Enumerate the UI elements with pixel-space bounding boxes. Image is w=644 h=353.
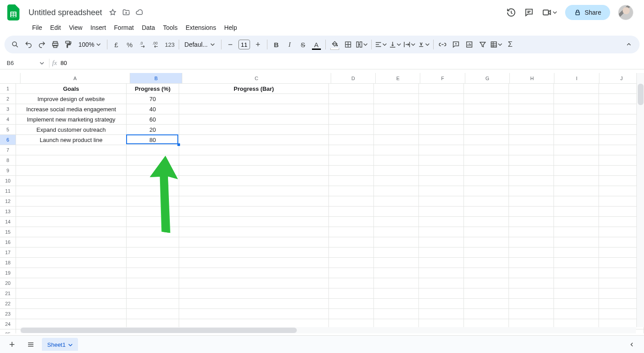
cell-B14[interactable] (127, 217, 179, 227)
meet-button[interactable] (542, 8, 557, 17)
cell-G13[interactable] (464, 207, 509, 217)
col-header-I[interactable]: I (554, 73, 599, 84)
cell-H22[interactable] (509, 299, 554, 309)
cell-I15[interactable] (554, 227, 599, 237)
cell-I16[interactable] (554, 237, 599, 248)
cell-F19[interactable] (419, 268, 464, 278)
cell-I14[interactable] (554, 217, 599, 227)
cell-H21[interactable] (509, 288, 554, 299)
cell-F4[interactable] (419, 114, 464, 125)
cell-A13[interactable] (16, 207, 127, 217)
cell-D3[interactable] (329, 104, 374, 114)
text-color-button[interactable]: A (310, 38, 323, 51)
cell-G17[interactable] (464, 248, 509, 258)
cell-I19[interactable] (554, 268, 599, 278)
cell-G16[interactable] (464, 237, 509, 248)
cell-A16[interactable] (16, 237, 127, 248)
cell-E14[interactable] (374, 217, 419, 227)
cell-I20[interactable] (554, 278, 599, 288)
cell-A3[interactable]: Increase social media engagement (16, 104, 127, 114)
cell-A2[interactable]: Improve design of website (16, 94, 127, 104)
cell-H1[interactable] (509, 84, 554, 94)
cell-F10[interactable] (419, 176, 464, 186)
menu-view[interactable]: View (66, 22, 86, 33)
cell-B16[interactable] (127, 237, 179, 248)
row-header-24[interactable]: 24 (0, 319, 16, 329)
search-menus-icon[interactable] (9, 38, 21, 51)
cell-D6[interactable] (329, 135, 374, 145)
cell-D10[interactable] (329, 176, 374, 186)
cell-H20[interactable] (509, 278, 554, 288)
cell-C8[interactable] (179, 155, 329, 166)
cell-G22[interactable] (464, 299, 509, 309)
cell-A15[interactable] (16, 227, 127, 237)
col-header-H[interactable]: H (510, 73, 554, 84)
cell-H3[interactable] (509, 104, 554, 114)
cell-I7[interactable] (554, 145, 599, 155)
cell-F21[interactable] (419, 288, 464, 299)
cell-B4[interactable]: 60 (127, 114, 179, 125)
cell-B5[interactable]: 20 (127, 125, 179, 135)
cell-A21[interactable] (16, 288, 127, 299)
cell-B1[interactable]: Progress (%) (127, 84, 179, 94)
cell-F5[interactable] (419, 125, 464, 135)
cell-C18[interactable] (179, 258, 329, 268)
col-header-E[interactable]: E (376, 73, 420, 84)
decrease-decimal-icon[interactable]: .0 (137, 38, 149, 51)
cell-C16[interactable] (179, 237, 329, 248)
cell-C3[interactable] (179, 104, 329, 114)
insert-chart-icon[interactable] (463, 38, 476, 51)
menu-edit[interactable]: Edit (47, 22, 65, 33)
add-sheet-button[interactable]: + (4, 337, 20, 352)
row-header-17[interactable]: 17 (0, 248, 16, 258)
cell-D13[interactable] (329, 207, 374, 217)
filter-icon[interactable] (476, 38, 489, 51)
cell-B13[interactable] (127, 207, 179, 217)
cell-H8[interactable] (509, 155, 554, 166)
move-icon[interactable] (122, 8, 131, 17)
cell-C12[interactable] (179, 196, 329, 207)
cell-A20[interactable] (16, 278, 127, 288)
doc-title[interactable]: Untitled spreadsheet (26, 7, 105, 18)
cell-F13[interactable] (419, 207, 464, 217)
col-header-B[interactable]: B (130, 73, 182, 84)
cell-G8[interactable] (464, 155, 509, 166)
col-header-C[interactable]: C (182, 73, 331, 84)
cell-G6[interactable] (464, 135, 509, 145)
cell-H13[interactable] (509, 207, 554, 217)
cell-A18[interactable] (16, 258, 127, 268)
cell-A7[interactable] (16, 145, 127, 155)
cell-F16[interactable] (419, 237, 464, 248)
cell-E15[interactable] (374, 227, 419, 237)
cell-H16[interactable] (509, 237, 554, 248)
cell-F3[interactable] (419, 104, 464, 114)
cell-G15[interactable] (464, 227, 509, 237)
italic-button[interactable]: I (283, 38, 296, 51)
col-header-F[interactable]: F (420, 73, 465, 84)
star-icon[interactable] (108, 8, 117, 17)
cell-A11[interactable] (16, 186, 127, 196)
cell-C2[interactable] (179, 94, 329, 104)
cell-G7[interactable] (464, 145, 509, 155)
row-header-2[interactable]: 2 (0, 94, 16, 104)
cell-E12[interactable] (374, 196, 419, 207)
history-icon[interactable] (506, 8, 516, 17)
font-select[interactable]: Defaul... (182, 41, 218, 48)
cell-B21[interactable] (127, 288, 179, 299)
cell-D8[interactable] (329, 155, 374, 166)
cell-F6[interactable] (419, 135, 464, 145)
currency-button[interactable]: £ (110, 38, 123, 51)
cell-E3[interactable] (374, 104, 419, 114)
cell-B8[interactable] (127, 155, 179, 166)
toolbar-expand-icon[interactable] (623, 38, 635, 51)
cell-D17[interactable] (329, 248, 374, 258)
cell-C14[interactable] (179, 217, 329, 227)
cell-G12[interactable] (464, 196, 509, 207)
cell-H2[interactable] (509, 94, 554, 104)
row-header-7[interactable]: 7 (0, 145, 16, 155)
cell-I9[interactable] (554, 166, 599, 176)
cell-F7[interactable] (419, 145, 464, 155)
row-header-6[interactable]: 6 (0, 135, 16, 145)
cell-A4[interactable]: Implement new marketing strategy (16, 114, 127, 125)
cell-F12[interactable] (419, 196, 464, 207)
